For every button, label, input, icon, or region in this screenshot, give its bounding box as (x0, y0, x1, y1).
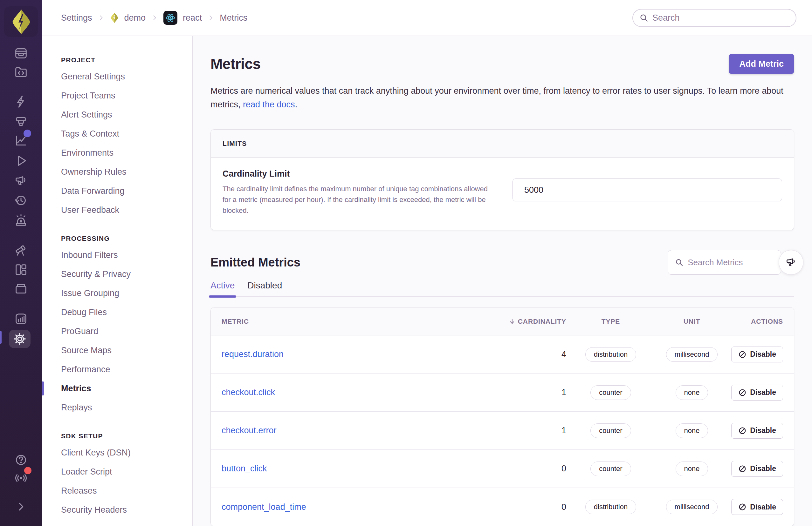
global-search[interactable] (632, 9, 796, 27)
settings-nav-item[interactable]: Issue Grouping (42, 284, 192, 303)
settings-nav-section: SDK SETUPClient Keys (DSN)Loader ScriptR… (42, 429, 192, 519)
right-column: Settings demo react Metrics PROJECTGener… (42, 0, 812, 526)
type-badge: counter (590, 385, 631, 400)
metric-name-link[interactable]: component_load_time (222, 502, 306, 512)
discover-telescope-icon[interactable] (14, 242, 28, 257)
issues-icon[interactable] (14, 46, 28, 61)
disable-button[interactable]: Disable (731, 423, 783, 439)
breadcrumb-item[interactable]: react (183, 13, 202, 23)
settings-nav-item[interactable]: Performance (42, 360, 192, 379)
nav-section-heading: PROCESSING (42, 231, 192, 245)
disable-button[interactable]: Disable (731, 461, 783, 477)
history-clock-icon[interactable] (14, 193, 28, 208)
header-type[interactable]: TYPE (566, 318, 655, 325)
settings-nav-item[interactable]: Environments (42, 143, 192, 162)
settings-nav-item[interactable]: Data Forwarding (42, 181, 192, 200)
stats-archive-icon[interactable] (14, 282, 28, 296)
cardinality-value: 4 (509, 349, 566, 359)
search-icon (639, 13, 648, 22)
crons-siren-icon[interactable] (14, 213, 28, 227)
disable-button[interactable]: Disable (731, 385, 783, 401)
sort-desc-arrow-icon (509, 318, 516, 325)
disable-button[interactable]: Disable (731, 347, 783, 362)
emitted-metrics-tabs: ActiveDisabled (211, 281, 794, 297)
breadcrumb: Settings demo react Metrics (61, 11, 247, 25)
settings-nav-item[interactable]: Alert Settings (42, 105, 192, 124)
global-search-input[interactable] (652, 13, 789, 23)
settings-nav-item[interactable]: User Feedback (42, 200, 192, 220)
type-badge: distribution (585, 347, 636, 362)
settings-nav-item[interactable]: Source Maps (42, 341, 192, 360)
settings-nav-item[interactable]: Loader Script (42, 462, 192, 481)
breadcrumb-item[interactable]: Settings (61, 13, 92, 23)
reports-chart-icon[interactable] (14, 312, 28, 326)
limits-panel: LIMITS Cardinality Limit The cardinality… (211, 129, 794, 230)
tab-disabled[interactable]: Disabled (247, 281, 282, 296)
sentry-logo[interactable] (11, 9, 32, 35)
table-row: checkout.error 1 counter none Disable (211, 412, 794, 450)
settings-nav-item[interactable]: Client Keys (DSN) (42, 443, 192, 462)
disable-slash-icon (738, 503, 746, 511)
feedback-fab-button[interactable] (779, 250, 803, 275)
cardinality-limit-input[interactable] (512, 179, 782, 201)
help-icon[interactable] (14, 453, 28, 467)
replays-play-icon[interactable] (14, 153, 28, 168)
header-unit[interactable]: UNIT (655, 318, 728, 325)
disable-slash-icon (738, 350, 746, 359)
settings-nav-item[interactable]: Inbound Filters (42, 245, 192, 265)
unit-badge: millisecond (666, 347, 718, 362)
traces-projector-icon[interactable] (14, 114, 28, 129)
cardinality-limit-label: Cardinality Limit (222, 169, 490, 179)
metric-name-link[interactable]: checkout.click (222, 388, 275, 397)
page-description: Metrics are numerical values that can tr… (211, 84, 786, 111)
settings-nav-item[interactable]: Security Headers (42, 500, 192, 519)
projects-icon[interactable] (14, 65, 28, 79)
breadcrumb-chevron-icon (207, 14, 214, 21)
metrics-new-dot-badge (24, 130, 31, 137)
main-content: Metrics Add Metric Metrics are numerical… (193, 36, 812, 526)
cardinality-value: 0 (509, 502, 566, 512)
emitted-metrics-title: Emitted Metrics (211, 256, 301, 269)
metrics-search[interactable] (668, 250, 781, 275)
tab-active[interactable]: Active (211, 281, 235, 296)
disable-button[interactable]: Disable (731, 499, 783, 515)
unit-badge: none (676, 385, 708, 400)
metrics-table: METRIC CARDINALITY TYPE UNIT ACTIONS req… (211, 307, 794, 526)
dashboards-grid-icon[interactable] (14, 262, 28, 277)
megaphone-icon (785, 256, 797, 268)
settings-nav-item[interactable]: Ownership Rules (42, 162, 192, 181)
limits-panel-heading: LIMITS (211, 130, 794, 157)
metrics-search-input[interactable] (688, 258, 774, 268)
cardinality-value: 1 (509, 388, 566, 397)
settings-nav-item[interactable]: Project Teams (42, 86, 192, 105)
metric-name-link[interactable]: checkout.error (222, 426, 277, 435)
collapse-chevron-icon[interactable] (14, 499, 28, 514)
breadcrumb-item[interactable]: demo (124, 13, 146, 23)
settings-nav-item[interactable]: Metrics (42, 379, 192, 398)
add-metric-button[interactable]: Add Metric (729, 54, 794, 74)
settings-nav-item[interactable]: Releases (42, 481, 192, 500)
header-actions: ACTIONS (728, 318, 783, 325)
metric-name-link[interactable]: button_click (222, 464, 267, 473)
metric-name-link[interactable]: request.duration (222, 349, 284, 359)
settings-gear-button[interactable] (9, 330, 30, 348)
read-docs-link[interactable]: read the docs (243, 100, 295, 109)
settings-nav-item[interactable]: Tags & Context (42, 124, 192, 143)
disable-slash-icon (738, 389, 746, 397)
settings-nav-item[interactable]: ProGuard (42, 322, 192, 341)
type-badge: counter (590, 462, 631, 476)
rail-active-indicator (0, 331, 2, 344)
settings-nav-item[interactable]: Replays (42, 398, 192, 417)
header-metric[interactable]: METRIC (222, 318, 509, 325)
settings-nav-item[interactable]: Debug Files (42, 303, 192, 322)
disable-slash-icon (738, 465, 746, 473)
alerts-megaphone-icon[interactable] (14, 174, 28, 189)
performance-lightning-icon[interactable] (14, 94, 28, 109)
cardinality-limit-help: The cardinality limit defines the maximu… (222, 184, 490, 216)
metrics-table-header: METRIC CARDINALITY TYPE UNIT ACTIONS (211, 307, 794, 335)
breadcrumb-item[interactable]: Metrics (220, 13, 247, 23)
settings-nav-item[interactable]: General Settings (42, 67, 192, 86)
settings-nav-item[interactable]: Security & Privacy (42, 265, 192, 284)
header-cardinality[interactable]: CARDINALITY (509, 318, 566, 325)
cardinality-value: 0 (509, 464, 566, 474)
